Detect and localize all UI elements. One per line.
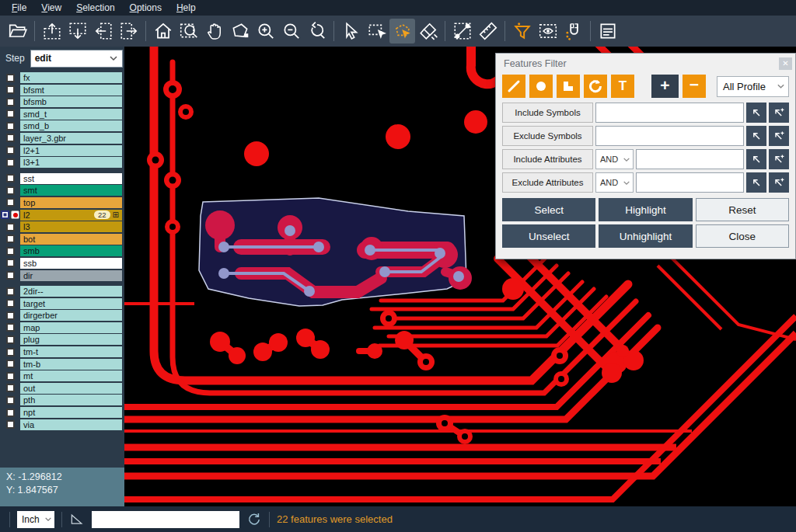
layer-row-npt[interactable]: npt — [0, 407, 124, 418]
layer-name[interactable]: bot — [20, 234, 122, 245]
select-polygon-icon[interactable] — [389, 19, 415, 43]
features-filter-icon[interactable] — [509, 19, 535, 43]
unhighlight-button[interactable]: Unhighlight — [599, 224, 692, 248]
filter-label-button[interactable]: Include Symbols — [502, 103, 593, 123]
layer-name[interactable]: npt — [20, 407, 122, 418]
zoom-polygon-icon[interactable] — [227, 19, 253, 43]
filter-value-input[interactable] — [595, 103, 744, 123]
layer-checkbox[interactable] — [1, 210, 9, 219]
layer-row-mt[interactable]: mt — [0, 370, 124, 381]
paste-up-icon[interactable] — [39, 19, 65, 43]
pcb-canvas[interactable]: Features Filter ✕ T + − All Profile — [124, 47, 796, 506]
layer-name[interactable]: sst — [20, 173, 122, 184]
view-options-icon[interactable] — [535, 19, 560, 43]
layer-name[interactable]: l3+1 — [20, 157, 122, 168]
layer-row-2dir--[interactable]: 2dir-- — [0, 286, 124, 297]
zoom-in-icon[interactable] — [253, 19, 278, 43]
layer-row-top[interactable]: top — [0, 197, 124, 208]
menu-file[interactable]: File — [5, 1, 34, 15]
measure-icon[interactable] — [449, 19, 475, 43]
layer-checkbox[interactable] — [6, 372, 15, 381]
text-tool-button[interactable]: T — [611, 75, 634, 98]
profile-dropdown[interactable]: All Profile — [717, 76, 789, 97]
arc-tool-button[interactable] — [584, 75, 607, 98]
close-button[interactable]: Close — [696, 224, 789, 248]
layer-checkbox[interactable] — [6, 360, 15, 368]
and-or-dropdown[interactable]: AND — [595, 149, 634, 169]
layer-name[interactable]: pth — [20, 395, 122, 405]
layer-row-layer_3.gbr[interactable]: layer_3.gbr — [0, 133, 124, 144]
layer-checkbox[interactable] — [6, 271, 15, 280]
select-button[interactable]: Select — [502, 198, 595, 221]
layer-row-fx[interactable]: fx — [0, 72, 124, 83]
highlight-button[interactable]: Highlight — [599, 198, 692, 221]
pick-button[interactable] — [746, 149, 766, 169]
layer-checkbox[interactable] — [6, 186, 15, 195]
layer-checkbox[interactable] — [6, 409, 15, 417]
layer-row-smd_t[interactable]: smd_t — [0, 109, 124, 120]
pick-add-button[interactable] — [769, 149, 789, 169]
pick-add-button[interactable] — [769, 103, 789, 123]
layer-row-tm-t[interactable]: tm-t — [0, 346, 124, 357]
angle-measure-icon[interactable] — [69, 512, 85, 527]
layer-checkbox[interactable] — [6, 323, 15, 332]
layer-name[interactable]: dirgerber — [20, 310, 122, 321]
layer-name[interactable]: via — [20, 419, 122, 430]
refresh-icon[interactable] — [246, 512, 262, 527]
layer-row-target[interactable]: target — [0, 298, 124, 309]
menu-selection[interactable]: Selection — [69, 1, 122, 15]
filter-label-button[interactable]: Exclude Symbols — [502, 126, 593, 146]
units-dropdown[interactable]: Inch — [17, 511, 54, 528]
layer-checkbox[interactable] — [6, 85, 15, 94]
layer-checkbox[interactable] — [6, 384, 15, 392]
layer-checkbox[interactable] — [6, 336, 15, 344]
layer-name[interactable]: top — [20, 197, 122, 208]
layer-name[interactable]: smd_t — [20, 109, 122, 120]
layer-row-dirgerber[interactable]: dirgerber — [0, 310, 124, 321]
layer-checkbox[interactable] — [6, 146, 15, 155]
layer-checkbox[interactable] — [6, 198, 15, 207]
filter-value-input[interactable] — [636, 149, 744, 169]
layer-name[interactable]: smt — [20, 185, 122, 196]
layer-checkbox[interactable] — [6, 235, 15, 243]
filter-value-input[interactable] — [636, 172, 744, 193]
layer-checkbox[interactable] — [6, 223, 15, 231]
layer-checkbox[interactable] — [6, 74, 15, 82]
zoom-area-icon[interactable] — [176, 19, 201, 43]
layer-checkbox[interactable] — [6, 122, 15, 130]
paste-right-icon[interactable] — [116, 19, 141, 43]
layer-row-map[interactable]: map — [0, 322, 124, 333]
layer-name[interactable]: 2dir-- — [20, 286, 122, 297]
layer-checkbox[interactable] — [6, 259, 15, 267]
layer-row-plug[interactable]: plug — [0, 334, 124, 345]
zoom-out-icon[interactable] — [278, 19, 304, 43]
layer-row-l3+1[interactable]: l3+1 — [0, 157, 124, 168]
paste-left-icon[interactable] — [90, 19, 116, 43]
layer-name[interactable]: plug — [20, 334, 122, 345]
layer-row-out[interactable]: out — [0, 383, 124, 394]
zoom-previous-icon[interactable] — [304, 19, 330, 43]
pick-button[interactable] — [746, 126, 766, 146]
pad-tool-button[interactable] — [529, 75, 553, 98]
layer-checkbox[interactable] — [6, 311, 15, 320]
open-file-icon[interactable] — [5, 19, 30, 43]
step-dropdown[interactable]: edit — [30, 50, 123, 68]
layer-row-smt[interactable]: smt — [0, 185, 124, 196]
reset-button[interactable]: Reset — [696, 198, 789, 221]
layer-row-bfsmt[interactable]: bfsmt — [0, 85, 124, 96]
layer-row-pth[interactable]: pth — [0, 395, 124, 405]
layer-name[interactable]: l222⊞ — [20, 210, 122, 221]
layer-name[interactable]: fx — [20, 72, 122, 83]
layer-checkbox[interactable] — [6, 98, 15, 106]
layer-name[interactable]: tm-b — [20, 359, 122, 370]
surface-tool-button[interactable] — [557, 75, 580, 98]
layer-name[interactable]: tm-t — [20, 346, 122, 357]
layer-checkbox[interactable] — [6, 174, 15, 183]
and-or-dropdown[interactable]: AND — [595, 172, 634, 193]
layer-name[interactable]: out — [20, 383, 122, 394]
layer-name[interactable]: smd_b — [20, 120, 122, 131]
pick-button[interactable] — [746, 172, 766, 193]
command-input[interactable] — [92, 511, 239, 528]
layer-name[interactable]: l2+1 — [20, 145, 122, 156]
layer-checkbox[interactable] — [6, 396, 15, 405]
